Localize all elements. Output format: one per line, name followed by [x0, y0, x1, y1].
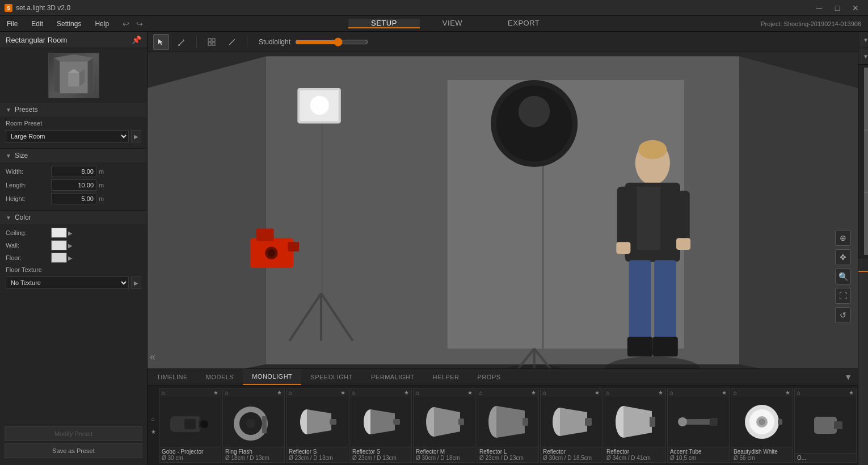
zoom-button[interactable]: 🔍 [835, 269, 851, 284]
light-home-icon[interactable]: ⌂ [289, 389, 292, 396]
redo-button[interactable]: ↪ [134, 18, 145, 30]
menu-edit[interactable]: Edit [24, 16, 50, 31]
frame-button[interactable]: ⛶ [835, 288, 851, 304]
tab-props[interactable]: PROPS [469, 369, 510, 385]
tab-monolight[interactable]: MONOLIGHT [243, 369, 301, 385]
menu-file[interactable]: File [0, 16, 24, 31]
light-home-icon[interactable]: ⌂ [606, 389, 610, 396]
wall-expand[interactable]: ▶ [68, 242, 73, 249]
reset-button[interactable]: ↺ [835, 307, 851, 323]
light-home-icon[interactable]: ⌂ [797, 389, 800, 396]
bottom-collapse-button[interactable]: ▼ [844, 372, 858, 382]
star-side-icon[interactable]: ★ [150, 429, 157, 435]
tab-speedlight[interactable]: SPEEDLIGHT [301, 369, 362, 385]
light-item[interactable]: ⌂ ★ Accent Tube Ø 10,5 cm [667, 388, 730, 463]
svg-rect-45 [629, 260, 651, 339]
preset-expand-button[interactable]: ▶ [131, 130, 141, 143]
light-star-icon[interactable]: ★ [404, 389, 409, 396]
light-home-icon[interactable]: ⌂ [352, 389, 356, 396]
tab-setup[interactable]: SETUP [348, 19, 420, 28]
light-item[interactable]: ⌂ ★ O... [794, 388, 857, 463]
light-home-icon[interactable]: ⌂ [734, 389, 737, 396]
floor-texture-expand[interactable]: ▶ [131, 277, 141, 289]
light-star-icon[interactable]: ★ [277, 389, 282, 396]
light-star-icon[interactable]: ★ [849, 389, 854, 396]
svg-marker-3 [87, 58, 93, 94]
select-tool-button[interactable] [153, 34, 169, 50]
line-tool-button[interactable] [224, 34, 240, 50]
light-item[interactable]: ⌂ ★ Reflector Ø 30cm / D 18,5cm [540, 388, 602, 463]
light-item[interactable]: ⌂ ★ Reflector S Ø 23cm / D 13cm [349, 388, 412, 463]
light-home-icon[interactable]: ⌂ [543, 389, 546, 396]
light-item[interactable]: ⌂ ★ Reflector M Ø 30cm / D 18cm [413, 388, 475, 463]
width-input[interactable] [51, 166, 96, 177]
pin-icon[interactable]: 📌 [132, 35, 141, 44]
light-item[interactable]: ⌂ ★ Reflector S Ø 23cm / D 13cm [286, 388, 348, 463]
topview-tab[interactable]: TOPVIEW [858, 258, 868, 272]
light-item[interactable]: ⌂ ★ Reflector L Ø 23cm / D 23cm [477, 388, 539, 463]
tab-permalight[interactable]: PERMALIGHT [362, 369, 424, 385]
close-button[interactable]: ✕ [848, 0, 863, 16]
home-side-icon[interactable]: ⌂ [150, 416, 157, 422]
wall-color[interactable] [51, 240, 67, 250]
light-star-icon[interactable]: ★ [467, 389, 473, 396]
size-section: ▼ Size Width: m Length: m Height: m [0, 149, 147, 211]
color-header[interactable]: ▼ Color [0, 211, 147, 224]
modify-preset-button[interactable]: Modify Preset [5, 426, 142, 441]
light-star-icon[interactable]: ★ [785, 389, 790, 396]
preset-select[interactable]: Large Room Small Room Medium Room [6, 130, 129, 143]
ceiling-expand[interactable]: ▶ [68, 230, 73, 236]
light-item[interactable]: ⌂ ★ Reflector Ø 34cm / D 41cm [604, 388, 666, 463]
light-star-icon[interactable]: ★ [595, 389, 600, 396]
camera-dropdown-arrow[interactable]: ▼ [863, 37, 868, 43]
minimize-button[interactable]: ─ [811, 0, 827, 16]
size-label: Size [15, 152, 28, 160]
light-home-icon[interactable]: ⌂ [416, 389, 419, 396]
floor-color[interactable] [51, 253, 67, 263]
light-item-name: Reflector S [289, 449, 345, 455]
light-item-name: Ring Flash [225, 449, 282, 455]
tab-timeline[interactable]: TIMELINE [148, 369, 197, 385]
light-home-icon[interactable]: ⌂ [225, 389, 229, 396]
collapse-arrow[interactable]: « [150, 351, 155, 363]
paint-tool-button[interactable] [174, 34, 189, 50]
ceiling-color[interactable] [51, 228, 67, 238]
menu-help[interactable]: Help [88, 16, 116, 31]
tab-export[interactable]: EXPORT [485, 19, 562, 28]
floor-texture-select[interactable]: No Texture [6, 277, 129, 289]
maximize-button[interactable]: □ [829, 0, 845, 16]
light-item[interactable]: ⌂ ★ Gobo - Projector Ø 30 cm [159, 388, 221, 463]
light-star-icon[interactable]: ★ [213, 389, 218, 396]
light-home-icon[interactable]: ⌂ [162, 389, 165, 396]
left-strip-buttons: ⌂ ★ [148, 386, 159, 465]
light-star-icon[interactable]: ★ [658, 389, 663, 396]
svg-rect-73 [585, 418, 592, 426]
svg-rect-21 [288, 242, 299, 252]
light-star-icon[interactable]: ★ [340, 389, 345, 396]
svg-rect-44 [676, 238, 690, 250]
light-home-icon[interactable]: ⌂ [479, 389, 483, 396]
studio-slider[interactable] [295, 37, 368, 47]
tab-helper[interactable]: HELPER [424, 369, 469, 385]
tab-view[interactable]: VIEW [420, 19, 485, 28]
length-input[interactable] [51, 179, 96, 191]
light-star-icon[interactable]: ★ [722, 389, 727, 396]
save-preset-button[interactable]: Save as Preset [5, 443, 142, 458]
light-item-header: ⌂ ★ [223, 388, 284, 397]
tab-models[interactable]: MODELS [197, 369, 243, 385]
undo-button[interactable]: ↩ [120, 18, 132, 30]
light-item[interactable]: ⌂ ★ Beautydish White Ø 56 cm [731, 388, 793, 463]
orbit-button[interactable]: ⊕ [835, 230, 851, 246]
presets-header[interactable]: ▼ Presets [0, 103, 147, 116]
light-item-label: Ring Flash Ø 18cm / D 13cm [223, 447, 284, 462]
size-header[interactable]: ▼ Size [0, 149, 147, 162]
grid-tool-button[interactable] [204, 34, 220, 50]
light-home-icon[interactable]: ⌂ [670, 389, 673, 396]
floor-texture-row: Floor Texture No Texture ▶ [6, 266, 141, 291]
floor-expand[interactable]: ▶ [68, 255, 73, 261]
light-item[interactable]: ⌂ ★ Ring Flash Ø 18cm / D 13cm [222, 388, 285, 463]
height-input[interactable] [51, 193, 96, 204]
menu-settings[interactable]: Settings [50, 16, 88, 31]
light-star-icon[interactable]: ★ [531, 389, 536, 396]
pan-button[interactable]: ✥ [835, 249, 851, 265]
